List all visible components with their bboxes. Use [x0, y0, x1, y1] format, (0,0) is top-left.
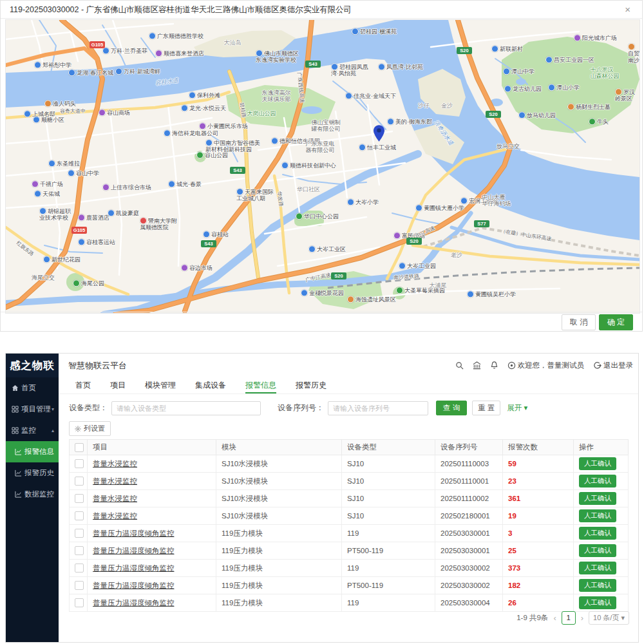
sidebar-item-home[interactable]: 首页: [6, 377, 59, 399]
row-checkbox[interactable]: [75, 477, 84, 486]
page-number-button[interactable]: 1: [562, 611, 576, 625]
user-welcome[interactable]: 欢迎您，普量测试员: [507, 361, 585, 370]
map-label: 大岑工业区: [308, 245, 346, 252]
manual-confirm-button[interactable]: 人工确认: [579, 457, 616, 470]
col-device-type: 设备类型: [342, 440, 435, 455]
project-link[interactable]: 普量水浸监控: [93, 477, 137, 485]
tabbar: 首页 项目 模块管理 集成设备 报警信息 报警历史: [59, 377, 639, 394]
project-link[interactable]: 普量压力温湿度倾角监控: [93, 529, 175, 537]
tab-home[interactable]: 首页: [75, 377, 91, 393]
manual-confirm-button[interactable]: 人工确认: [579, 544, 616, 557]
map-label: 老沙: [451, 252, 462, 258]
map-label: 放马立交: [497, 143, 520, 149]
table-row: 普量水浸监控SJ10水浸模块SJ1020250111000123人工确认: [70, 473, 629, 490]
manual-confirm-button[interactable]: 人工确认: [579, 562, 616, 574]
project-link[interactable]: 普量压力温湿度倾角监控: [93, 599, 175, 607]
sidebar-item-monitoring[interactable]: 监控▴: [6, 420, 59, 441]
row-checkbox[interactable]: [75, 564, 84, 573]
table-cell: SJ10水浸模块: [216, 473, 342, 490]
sidebar-item-alarm-history[interactable]: 报警历史: [6, 462, 59, 484]
row-checkbox[interactable]: [75, 511, 84, 520]
alarm-count: 182: [503, 577, 574, 594]
table-cell: 202502180001: [435, 507, 503, 525]
project-link[interactable]: 普量水浸监控: [93, 512, 137, 520]
tab-integrated-devices[interactable]: 集成设备: [195, 377, 226, 393]
tab-alarm-history[interactable]: 报警历史: [296, 377, 327, 393]
top-header: 智慧物联云平台 欢迎您，普量测试员 退出登录: [59, 354, 639, 378]
map-label: 千禧广场: [32, 180, 63, 187]
manual-confirm-button[interactable]: 人工确认: [579, 509, 616, 522]
close-icon[interactable]: ×: [625, 4, 630, 15]
road-shield: S43: [201, 240, 216, 247]
confirm-button[interactable]: 确 定: [599, 314, 633, 330]
row-checkbox[interactable]: [75, 581, 84, 590]
map-label: 万科·新城湾畔: [115, 68, 160, 75]
table-cell: SJ10: [342, 490, 435, 507]
manual-confirm-button[interactable]: 人工确认: [579, 579, 616, 592]
sidebar-item-project-management[interactable]: 项目管理▾: [6, 399, 59, 420]
logout-icon: [593, 361, 601, 370]
column-settings-button[interactable]: 列设置: [69, 421, 111, 436]
row-checkbox[interactable]: [75, 459, 84, 468]
select-all-checkbox[interactable]: [75, 443, 84, 452]
app-logo: 感之物联: [6, 354, 59, 377]
project-link[interactable]: 普量压力温湿度倾角监控: [93, 547, 175, 554]
row-checkbox[interactable]: [75, 529, 84, 538]
manual-confirm-button[interactable]: 人工确认: [579, 527, 616, 540]
manual-confirm-button[interactable]: 人工确认: [579, 596, 616, 609]
map-label: 凯旋豪庭: [108, 209, 139, 216]
screen: 119-202503030002 - 广东省佛山市顺德区容桂街道华天北三路佛山市…: [0, 0, 644, 644]
prev-page-icon[interactable]: ‹: [553, 613, 556, 623]
row-checkbox[interactable]: [75, 598, 84, 607]
page-size-select[interactable]: 10 条/页 ▾: [589, 611, 629, 625]
map-canvas[interactable]: 郑裕彤中学顺糖小区龙湖·春江名城万科·兰乔圣菲广东顺德德胜学校顺德喜来登酒店万科…: [5, 19, 640, 314]
sidebar-item-alarm-info[interactable]: 报警信息: [6, 441, 59, 462]
project-link[interactable]: 普量压力温湿度倾角监控: [93, 564, 175, 572]
tab-alarm-info[interactable]: 报警信息: [245, 377, 276, 393]
organization-icon[interactable]: [473, 361, 481, 370]
manual-confirm-button[interactable]: 人工确认: [579, 475, 616, 488]
project-link[interactable]: 普量水浸监控: [93, 495, 137, 502]
device-type-input[interactable]: [111, 401, 261, 415]
sidebar-item-data-monitor[interactable]: 数据监控: [6, 484, 59, 505]
road-shield: S20: [406, 238, 422, 245]
table-cell: PT500-119: [342, 577, 435, 594]
map-label: 容奇大道中: [60, 108, 86, 114]
tab-project[interactable]: 项目: [110, 377, 126, 393]
road-shield: S43: [305, 61, 321, 68]
alarm-count: 26: [503, 594, 574, 612]
tab-module-management[interactable]: 模块管理: [145, 377, 176, 393]
project-link[interactable]: 普量水浸监控: [93, 460, 137, 468]
expand-link[interactable]: 展开 ▾: [507, 403, 527, 413]
table-cell: 202501110003: [435, 455, 503, 473]
map-label: 容桂客运站: [78, 238, 115, 245]
row-checkbox[interactable]: [75, 546, 84, 555]
logout-button[interactable]: 退出登录: [593, 361, 633, 370]
table-cell: 119压力模块: [216, 542, 342, 560]
map-label: 恒丰工业城: [359, 144, 396, 151]
map-label: 美的·御海东郡: [387, 118, 432, 125]
search-icon[interactable]: [455, 361, 464, 370]
map-label: 小黄圃民乐市场: [199, 122, 248, 129]
map-label: 保利外滩: [189, 91, 220, 99]
query-button[interactable]: 查 询: [436, 401, 467, 415]
bell-icon[interactable]: [490, 361, 498, 370]
cancel-button[interactable]: 取 消: [562, 314, 596, 330]
table-cell: 119压力模块: [216, 560, 342, 577]
row-checkbox[interactable]: [75, 494, 84, 503]
table-cell: SJ10: [342, 455, 435, 473]
map-label: 海信科龙电器公司: [164, 129, 218, 137]
pagination: 1-9 共9条 ‹ 1 › 10 条/页 ▾: [516, 611, 629, 625]
table-cell: 202501110001: [435, 473, 503, 490]
map-label: 佛山宝钢制 罐有限公司: [312, 119, 341, 133]
table-row: 普量水浸监控SJ10水浸模块SJ1020250111000359人工确认: [70, 455, 629, 473]
next-page-icon[interactable]: ›: [581, 613, 583, 623]
reset-button[interactable]: 重 置: [472, 401, 500, 415]
manual-confirm-button[interactable]: 人工确认: [579, 492, 616, 505]
map-label: 东逸湾高尔 夫球俱乐部: [262, 90, 291, 103]
table-row: 普量压力温湿度倾角监控119压力模块PT500-1192025030300021…: [70, 577, 629, 594]
chart-icon: [15, 448, 22, 455]
road-shield: S20: [486, 111, 501, 118]
project-link[interactable]: 普量压力温湿度倾角监控: [93, 582, 175, 589]
serial-input[interactable]: [328, 401, 428, 415]
